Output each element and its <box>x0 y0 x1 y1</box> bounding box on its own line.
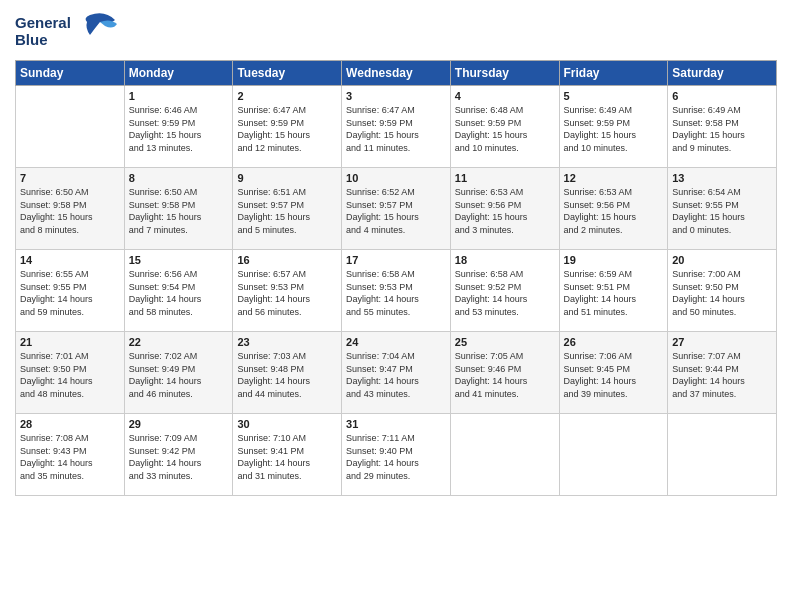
calendar-cell: 2Sunrise: 6:47 AM Sunset: 9:59 PM Daylig… <box>233 86 342 168</box>
day-number: 27 <box>672 336 772 348</box>
calendar-cell <box>450 414 559 496</box>
day-info: Sunrise: 7:03 AM Sunset: 9:48 PM Dayligh… <box>237 350 337 400</box>
day-info: Sunrise: 6:46 AM Sunset: 9:59 PM Dayligh… <box>129 104 229 154</box>
calendar-week-row: 21Sunrise: 7:01 AM Sunset: 9:50 PM Dayli… <box>16 332 777 414</box>
calendar-cell: 27Sunrise: 7:07 AM Sunset: 9:44 PM Dayli… <box>668 332 777 414</box>
weekday-header-cell: Tuesday <box>233 61 342 86</box>
day-number: 5 <box>564 90 664 102</box>
logo: General Blue <box>15 10 125 54</box>
day-number: 3 <box>346 90 446 102</box>
calendar-cell <box>668 414 777 496</box>
day-info: Sunrise: 6:49 AM Sunset: 9:58 PM Dayligh… <box>672 104 772 154</box>
day-info: Sunrise: 7:11 AM Sunset: 9:40 PM Dayligh… <box>346 432 446 482</box>
day-info: Sunrise: 6:58 AM Sunset: 9:53 PM Dayligh… <box>346 268 446 318</box>
calendar-body: 1Sunrise: 6:46 AM Sunset: 9:59 PM Daylig… <box>16 86 777 496</box>
day-number: 17 <box>346 254 446 266</box>
day-number: 30 <box>237 418 337 430</box>
day-info: Sunrise: 6:55 AM Sunset: 9:55 PM Dayligh… <box>20 268 120 318</box>
weekday-header-row: SundayMondayTuesdayWednesdayThursdayFrid… <box>16 61 777 86</box>
calendar-cell: 26Sunrise: 7:06 AM Sunset: 9:45 PM Dayli… <box>559 332 668 414</box>
day-info: Sunrise: 6:49 AM Sunset: 9:59 PM Dayligh… <box>564 104 664 154</box>
calendar-cell: 3Sunrise: 6:47 AM Sunset: 9:59 PM Daylig… <box>342 86 451 168</box>
calendar-cell: 6Sunrise: 6:49 AM Sunset: 9:58 PM Daylig… <box>668 86 777 168</box>
calendar-cell: 23Sunrise: 7:03 AM Sunset: 9:48 PM Dayli… <box>233 332 342 414</box>
calendar-cell: 25Sunrise: 7:05 AM Sunset: 9:46 PM Dayli… <box>450 332 559 414</box>
calendar-cell: 8Sunrise: 6:50 AM Sunset: 9:58 PM Daylig… <box>124 168 233 250</box>
day-number: 21 <box>20 336 120 348</box>
day-number: 12 <box>564 172 664 184</box>
day-number: 10 <box>346 172 446 184</box>
day-number: 14 <box>20 254 120 266</box>
day-info: Sunrise: 6:51 AM Sunset: 9:57 PM Dayligh… <box>237 186 337 236</box>
day-info: Sunrise: 6:50 AM Sunset: 9:58 PM Dayligh… <box>20 186 120 236</box>
calendar-cell: 30Sunrise: 7:10 AM Sunset: 9:41 PM Dayli… <box>233 414 342 496</box>
day-number: 22 <box>129 336 229 348</box>
day-number: 19 <box>564 254 664 266</box>
calendar-cell: 14Sunrise: 6:55 AM Sunset: 9:55 PM Dayli… <box>16 250 125 332</box>
weekday-header-cell: Sunday <box>16 61 125 86</box>
weekday-header-cell: Wednesday <box>342 61 451 86</box>
calendar-cell: 22Sunrise: 7:02 AM Sunset: 9:49 PM Dayli… <box>124 332 233 414</box>
weekday-header-cell: Monday <box>124 61 233 86</box>
calendar-cell: 28Sunrise: 7:08 AM Sunset: 9:43 PM Dayli… <box>16 414 125 496</box>
calendar-table: SundayMondayTuesdayWednesdayThursdayFrid… <box>15 60 777 496</box>
day-number: 28 <box>20 418 120 430</box>
day-number: 15 <box>129 254 229 266</box>
calendar-cell: 21Sunrise: 7:01 AM Sunset: 9:50 PM Dayli… <box>16 332 125 414</box>
day-number: 2 <box>237 90 337 102</box>
day-number: 24 <box>346 336 446 348</box>
calendar-cell: 17Sunrise: 6:58 AM Sunset: 9:53 PM Dayli… <box>342 250 451 332</box>
calendar-cell: 9Sunrise: 6:51 AM Sunset: 9:57 PM Daylig… <box>233 168 342 250</box>
day-info: Sunrise: 6:50 AM Sunset: 9:58 PM Dayligh… <box>129 186 229 236</box>
calendar-cell: 5Sunrise: 6:49 AM Sunset: 9:59 PM Daylig… <box>559 86 668 168</box>
calendar-cell: 19Sunrise: 6:59 AM Sunset: 9:51 PM Dayli… <box>559 250 668 332</box>
calendar-week-row: 28Sunrise: 7:08 AM Sunset: 9:43 PM Dayli… <box>16 414 777 496</box>
calendar-cell: 4Sunrise: 6:48 AM Sunset: 9:59 PM Daylig… <box>450 86 559 168</box>
day-info: Sunrise: 7:04 AM Sunset: 9:47 PM Dayligh… <box>346 350 446 400</box>
calendar-cell: 20Sunrise: 7:00 AM Sunset: 9:50 PM Dayli… <box>668 250 777 332</box>
day-number: 8 <box>129 172 229 184</box>
day-number: 16 <box>237 254 337 266</box>
calendar-cell: 11Sunrise: 6:53 AM Sunset: 9:56 PM Dayli… <box>450 168 559 250</box>
day-info: Sunrise: 7:01 AM Sunset: 9:50 PM Dayligh… <box>20 350 120 400</box>
day-number: 9 <box>237 172 337 184</box>
calendar-cell: 15Sunrise: 6:56 AM Sunset: 9:54 PM Dayli… <box>124 250 233 332</box>
day-info: Sunrise: 6:54 AM Sunset: 9:55 PM Dayligh… <box>672 186 772 236</box>
calendar-cell: 16Sunrise: 6:57 AM Sunset: 9:53 PM Dayli… <box>233 250 342 332</box>
calendar-cell <box>16 86 125 168</box>
svg-text:General: General <box>15 14 71 31</box>
day-info: Sunrise: 6:47 AM Sunset: 9:59 PM Dayligh… <box>237 104 337 154</box>
day-info: Sunrise: 7:07 AM Sunset: 9:44 PM Dayligh… <box>672 350 772 400</box>
calendar-page: General Blue SundayMondayTuesdayWednesda… <box>0 0 792 612</box>
day-info: Sunrise: 6:53 AM Sunset: 9:56 PM Dayligh… <box>455 186 555 236</box>
day-number: 1 <box>129 90 229 102</box>
svg-text:Blue: Blue <box>15 31 48 48</box>
day-info: Sunrise: 7:08 AM Sunset: 9:43 PM Dayligh… <box>20 432 120 482</box>
calendar-cell: 10Sunrise: 6:52 AM Sunset: 9:57 PM Dayli… <box>342 168 451 250</box>
day-info: Sunrise: 6:48 AM Sunset: 9:59 PM Dayligh… <box>455 104 555 154</box>
day-info: Sunrise: 6:52 AM Sunset: 9:57 PM Dayligh… <box>346 186 446 236</box>
day-info: Sunrise: 7:09 AM Sunset: 9:42 PM Dayligh… <box>129 432 229 482</box>
calendar-cell: 29Sunrise: 7:09 AM Sunset: 9:42 PM Dayli… <box>124 414 233 496</box>
calendar-cell: 31Sunrise: 7:11 AM Sunset: 9:40 PM Dayli… <box>342 414 451 496</box>
weekday-header-cell: Thursday <box>450 61 559 86</box>
calendar-cell: 18Sunrise: 6:58 AM Sunset: 9:52 PM Dayli… <box>450 250 559 332</box>
day-info: Sunrise: 6:59 AM Sunset: 9:51 PM Dayligh… <box>564 268 664 318</box>
day-info: Sunrise: 7:10 AM Sunset: 9:41 PM Dayligh… <box>237 432 337 482</box>
calendar-cell: 13Sunrise: 6:54 AM Sunset: 9:55 PM Dayli… <box>668 168 777 250</box>
day-number: 31 <box>346 418 446 430</box>
calendar-cell: 24Sunrise: 7:04 AM Sunset: 9:47 PM Dayli… <box>342 332 451 414</box>
weekday-header-cell: Friday <box>559 61 668 86</box>
day-info: Sunrise: 6:58 AM Sunset: 9:52 PM Dayligh… <box>455 268 555 318</box>
calendar-week-row: 7Sunrise: 6:50 AM Sunset: 9:58 PM Daylig… <box>16 168 777 250</box>
day-info: Sunrise: 7:02 AM Sunset: 9:49 PM Dayligh… <box>129 350 229 400</box>
logo-text: General Blue <box>15 10 125 54</box>
day-info: Sunrise: 6:53 AM Sunset: 9:56 PM Dayligh… <box>564 186 664 236</box>
day-info: Sunrise: 6:56 AM Sunset: 9:54 PM Dayligh… <box>129 268 229 318</box>
day-number: 29 <box>129 418 229 430</box>
day-number: 4 <box>455 90 555 102</box>
weekday-header-cell: Saturday <box>668 61 777 86</box>
calendar-cell: 1Sunrise: 6:46 AM Sunset: 9:59 PM Daylig… <box>124 86 233 168</box>
day-info: Sunrise: 7:06 AM Sunset: 9:45 PM Dayligh… <box>564 350 664 400</box>
day-number: 25 <box>455 336 555 348</box>
